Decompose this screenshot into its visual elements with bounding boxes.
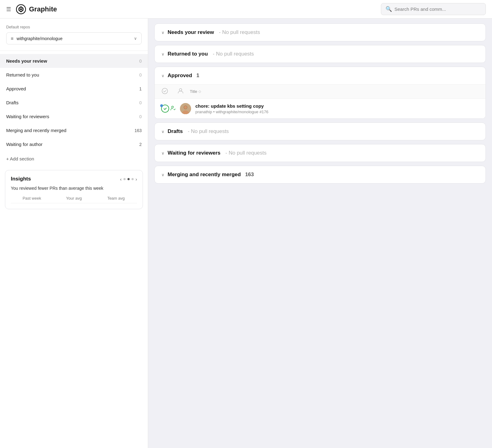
svg-point-5 bbox=[179, 89, 182, 91]
pr-table-header: Title ◇ bbox=[155, 84, 486, 98]
section-drafts: ∨ Drafts - No pull requests bbox=[154, 122, 486, 140]
section-header-drafts[interactable]: ∨ Drafts - No pull requests bbox=[155, 123, 486, 140]
graphite-logo-icon bbox=[16, 4, 26, 14]
approved-with-dot bbox=[161, 105, 169, 113]
sidebar-item-drafts[interactable]: Drafts 0 bbox=[0, 96, 148, 110]
svg-point-6 bbox=[172, 106, 173, 108]
sidebar-item-waiting-author[interactable]: Waiting for author 2 bbox=[0, 137, 148, 151]
svg-point-3 bbox=[20, 8, 22, 10]
sidebar-top: Default repos ≡ withgraphite/monologue ∨ bbox=[0, 19, 148, 48]
repos-label: Default repos bbox=[6, 25, 142, 29]
header-logo: Graphite bbox=[16, 4, 57, 14]
section-waiting-reviewers: ∨ Waiting for reviewers - No pull reques… bbox=[154, 144, 486, 162]
pr-row[interactable]: chore: update kbs setting copy pranathip… bbox=[155, 98, 486, 118]
repo-name: withgraphite/monologue bbox=[17, 36, 131, 41]
section-empty-drafts: - No pull requests bbox=[188, 128, 229, 135]
insights-dot-1 bbox=[123, 178, 126, 180]
insights-prev-icon[interactable]: ‹ bbox=[120, 176, 122, 182]
sidebar-item-count: 0 bbox=[139, 73, 142, 77]
section-returned: ∨ Returned to you - No pull requests bbox=[154, 45, 486, 63]
pr-status-icon bbox=[161, 105, 176, 113]
insights-col-your-avg: Your avg bbox=[53, 196, 95, 203]
insights-col-past-week: Past week bbox=[11, 196, 53, 203]
repo-icon: ≡ bbox=[11, 36, 14, 41]
title-col-header: Title ◇ bbox=[190, 89, 479, 94]
repo-dropdown[interactable]: ≡ withgraphite/monologue ∨ bbox=[6, 32, 142, 44]
insights-title: Insights bbox=[11, 176, 31, 182]
blue-dot bbox=[160, 104, 163, 107]
sidebar-item-count: 163 bbox=[135, 128, 142, 133]
insights-text: You reviewed fewer PRs than average this… bbox=[11, 185, 137, 192]
section-title-waiting-reviewers: Waiting for reviewers bbox=[168, 150, 220, 156]
insights-header: Insights ‹ › bbox=[11, 176, 137, 182]
sidebar-item-merging[interactable]: Merging and recently merged 163 bbox=[0, 123, 148, 137]
section-empty-waiting-reviewers: - No pull requests bbox=[225, 150, 266, 156]
insights-col-team-avg: Team avg bbox=[95, 196, 137, 203]
sidebar-divider bbox=[0, 51, 148, 51]
insights-card: Insights ‹ › You reviewed fewer PRs than… bbox=[5, 170, 143, 209]
section-approved: ∨ Approved 1 bbox=[154, 67, 486, 119]
section-title-approved: Approved bbox=[168, 73, 192, 79]
main-content: ∨ Needs your review - No pull requests ∨… bbox=[148, 19, 492, 448]
section-merging: ∨ Merging and recently merged 163 bbox=[154, 166, 486, 184]
search-icon: 🔍 bbox=[386, 6, 392, 12]
main-layout: Default repos ≡ withgraphite/monologue ∨… bbox=[0, 19, 492, 448]
sidebar: Default repos ≡ withgraphite/monologue ∨… bbox=[0, 19, 148, 448]
pr-meta: pranathip • withgraphite/monologue #176 bbox=[195, 110, 479, 114]
section-chevron-icon: ∨ bbox=[161, 151, 165, 156]
sidebar-item-label: Merging and recently merged bbox=[6, 128, 66, 133]
section-header-approved[interactable]: ∨ Approved 1 bbox=[155, 67, 486, 84]
section-header-waiting-reviewers[interactable]: ∨ Waiting for reviewers - No pull reques… bbox=[155, 144, 486, 162]
insights-nav: ‹ › bbox=[120, 176, 137, 182]
section-title-drafts: Drafts bbox=[168, 128, 183, 135]
section-chevron-icon: ∨ bbox=[161, 129, 165, 134]
sidebar-item-count: 0 bbox=[139, 59, 142, 64]
section-empty-returned: - No pull requests bbox=[213, 51, 254, 57]
add-section-button[interactable]: + Add section bbox=[0, 151, 148, 166]
search-bar[interactable]: 🔍 bbox=[381, 3, 486, 15]
sidebar-item-label: Waiting for author bbox=[6, 142, 43, 147]
section-title-merging: Merging and recently merged bbox=[168, 172, 241, 178]
section-header-needs-review[interactable]: ∨ Needs your review - No pull requests bbox=[155, 24, 486, 41]
svg-point-4 bbox=[162, 88, 168, 94]
sidebar-item-count: 0 bbox=[139, 114, 142, 119]
section-needs-review: ∨ Needs your review - No pull requests bbox=[154, 23, 486, 41]
sidebar-item-needs-review[interactable]: Needs your review 0 bbox=[0, 54, 148, 68]
pr-title: chore: update kbs setting copy bbox=[195, 103, 479, 109]
sidebar-item-label: Needs your review bbox=[6, 58, 47, 64]
sort-icon: ◇ bbox=[198, 89, 201, 93]
section-count-approved: 1 bbox=[196, 73, 199, 79]
app-title: Graphite bbox=[29, 5, 57, 13]
reviewer-check-icon bbox=[170, 105, 176, 112]
section-header-returned[interactable]: ∨ Returned to you - No pull requests bbox=[155, 45, 486, 63]
section-chevron-icon: ∨ bbox=[161, 52, 165, 56]
sidebar-item-count: 1 bbox=[139, 86, 142, 91]
sidebar-item-count: 2 bbox=[139, 142, 142, 147]
chevron-down-icon: ∨ bbox=[134, 36, 137, 41]
insights-next-icon[interactable]: › bbox=[136, 176, 137, 182]
check-col-header bbox=[161, 88, 171, 95]
insights-table-header: Past week Your avg Team avg bbox=[11, 196, 137, 203]
sidebar-item-label: Drafts bbox=[6, 100, 19, 105]
sidebar-item-returned[interactable]: Returned to you 0 bbox=[0, 68, 148, 82]
sidebar-item-count: 0 bbox=[139, 100, 142, 105]
sidebar-item-approved[interactable]: Approved 1 bbox=[0, 82, 148, 96]
section-chevron-icon: ∨ bbox=[161, 73, 165, 78]
sidebar-item-label: Approved bbox=[6, 86, 26, 91]
section-empty-needs-review: - No pull requests bbox=[219, 29, 260, 35]
sidebar-item-label: Returned to you bbox=[6, 72, 39, 77]
nav-items: Needs your review 0 Returned to you 0 Ap… bbox=[0, 54, 148, 151]
section-chevron-icon: ∨ bbox=[161, 30, 165, 35]
header: ☰ Graphite 🔍 bbox=[0, 0, 492, 19]
search-input[interactable] bbox=[394, 6, 481, 12]
sidebar-item-waiting-reviewers[interactable]: Waiting for reviewers 0 bbox=[0, 110, 148, 123]
section-title-needs-review: Needs your review bbox=[168, 29, 214, 35]
section-header-merging[interactable]: ∨ Merging and recently merged 163 bbox=[155, 166, 486, 183]
menu-icon[interactable]: ☰ bbox=[6, 6, 11, 13]
user-col-header bbox=[176, 88, 186, 95]
svg-point-10 bbox=[184, 106, 187, 109]
app-container: ☰ Graphite 🔍 Default repos ≡ withgraphit… bbox=[0, 0, 492, 448]
pr-avatar bbox=[180, 103, 191, 114]
pr-info: chore: update kbs setting copy pranathip… bbox=[195, 103, 479, 114]
insights-dot-2 bbox=[127, 178, 130, 180]
